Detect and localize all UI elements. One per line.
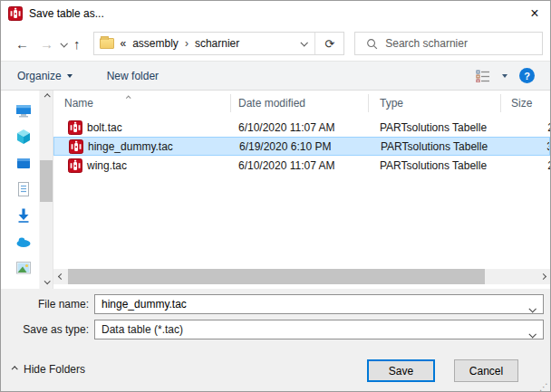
title-bar: Save table as... ×: [1, 1, 550, 26]
forward-button[interactable]: →: [34, 36, 59, 52]
file-name-combo[interactable]: [94, 294, 544, 314]
breadcrumb-item-assembly[interactable]: assembly: [132, 37, 179, 50]
refresh-button[interactable]: ⟳: [315, 37, 343, 51]
tac-file-icon: [68, 120, 82, 135]
scroll-right-icon[interactable]: [536, 274, 550, 279]
file-name: hinge_dummy.tac: [88, 140, 173, 153]
details-view-icon[interactable]: [476, 70, 490, 82]
breadcrumb: « assembly › scharnier: [121, 37, 240, 50]
onedrive-icon[interactable]: [15, 234, 32, 250]
table-row-bolt[interactable]: bolt.tac 6/10/2020 11:07 AM PARTsolution…: [53, 118, 550, 137]
scrollbar-thumb[interactable]: [68, 269, 485, 284]
file-size: 3: [502, 140, 549, 153]
chevron-down-icon[interactable]: [529, 302, 535, 315]
file-name: bolt.tac: [87, 121, 122, 134]
scrollbar-thumb[interactable]: [40, 160, 53, 202]
breadcrumb-item-scharnier[interactable]: scharnier: [195, 37, 239, 50]
this-pc-icon[interactable]: [15, 102, 32, 119]
history-dropdown-icon[interactable]: [61, 37, 66, 50]
save-as-type-value: Data table (*.tac): [95, 323, 183, 336]
file-type: PARTsolutions Tabelle: [369, 121, 501, 134]
window-title: Save table as...: [29, 7, 104, 20]
column-header-type[interactable]: Type: [369, 94, 501, 112]
documents-icon[interactable]: [15, 181, 32, 197]
scroll-down-icon[interactable]: [44, 275, 49, 289]
file-date: 6/19/2020 6:10 PM: [232, 140, 370, 153]
breadcrumb-collapsed[interactable]: «: [121, 37, 127, 50]
tac-file-icon: [69, 139, 83, 154]
navigation-pane: [1, 91, 39, 289]
save-button[interactable]: Save: [367, 359, 435, 382]
column-header-size[interactable]: Size: [501, 94, 550, 112]
resize-grip[interactable]: ⋰: [539, 382, 548, 392]
file-type: PARTsolutions Tabelle: [369, 159, 501, 172]
save-as-type-label: Save as type:: [1, 323, 94, 336]
file-name: wing.tac: [87, 159, 127, 172]
close-button[interactable]: ×: [519, 1, 550, 26]
command-toolbar: Organize New folder ?: [1, 61, 550, 91]
hide-folders-button[interactable]: Hide Folders: [12, 363, 85, 376]
chevron-down-icon: [67, 74, 72, 78]
list-horizontal-scrollbar[interactable]: [53, 269, 550, 284]
desktop-icon[interactable]: [15, 155, 32, 171]
search-icon: [366, 38, 378, 50]
cancel-button[interactable]: Cancel: [454, 359, 518, 382]
scroll-left-icon[interactable]: [53, 274, 68, 279]
tac-file-icon: [68, 158, 82, 173]
up-button[interactable]: ↑: [68, 36, 86, 52]
back-button[interactable]: ←: [10, 36, 34, 52]
pictures-icon[interactable]: [15, 260, 32, 276]
file-name-input[interactable]: [95, 298, 543, 311]
table-row-wing[interactable]: wing.tac 6/10/2020 11:07 AM PARTsolution…: [53, 156, 550, 175]
column-header-date-modified[interactable]: Date modified: [231, 94, 369, 112]
main-area: Name Date modified Type Size bolt.tac: [1, 91, 550, 289]
scroll-up-icon[interactable]: [44, 91, 49, 104]
downloads-icon[interactable]: [15, 207, 32, 224]
breadcrumb-separator-icon: ›: [185, 37, 188, 50]
column-header-name[interactable]: Name: [53, 94, 231, 112]
save-as-type-select[interactable]: Data table (*.tac): [94, 320, 544, 339]
file-date: 6/10/2020 11:07 AM: [231, 159, 369, 172]
views-dropdown-icon[interactable]: [502, 74, 508, 78]
folder-icon: [100, 38, 114, 49]
partsolutions-table-icon: [8, 6, 23, 21]
address-bar[interactable]: « assembly › scharnier ⟳: [93, 32, 345, 55]
sort-ascending-icon: [126, 91, 130, 103]
column-headers: Name Date modified Type Size: [53, 91, 550, 115]
file-rows: bolt.tac 6/10/2020 11:07 AM PARTsolution…: [53, 118, 550, 175]
search-input[interactable]: [385, 37, 536, 50]
file-name-label: File name:: [1, 298, 94, 311]
table-row-hinge-dummy-selected[interactable]: hinge_dummy.tac 6/19/2020 6:10 PM PARTso…: [53, 137, 550, 156]
file-size: 2: [501, 121, 550, 134]
search-box[interactable]: [354, 32, 543, 55]
navigation-bar: ← → ↑ « assembly › scharnier ⟳: [1, 26, 550, 61]
sidebar-scrollbar[interactable]: [39, 91, 53, 289]
file-list: Name Date modified Type Size bolt.tac: [53, 91, 550, 289]
save-dialog-window: Save table as... × ← → ↑ « assembly › sc…: [0, 0, 551, 392]
organize-button[interactable]: Organize: [17, 70, 72, 82]
bottom-panel: File name: Save as type: Data table (*.t…: [1, 289, 550, 392]
file-type: PARTsolutions Tabelle: [370, 140, 502, 153]
file-size: 2: [501, 159, 550, 172]
chevron-down-icon[interactable]: [529, 328, 535, 340]
chevron-up-icon: [12, 366, 18, 372]
file-date: 6/10/2020 11:07 AM: [231, 121, 369, 134]
address-dropdown-icon[interactable]: [293, 33, 314, 54]
3d-objects-icon[interactable]: [15, 129, 32, 145]
help-button[interactable]: ?: [519, 68, 535, 83]
new-folder-button[interactable]: New folder: [107, 70, 159, 82]
